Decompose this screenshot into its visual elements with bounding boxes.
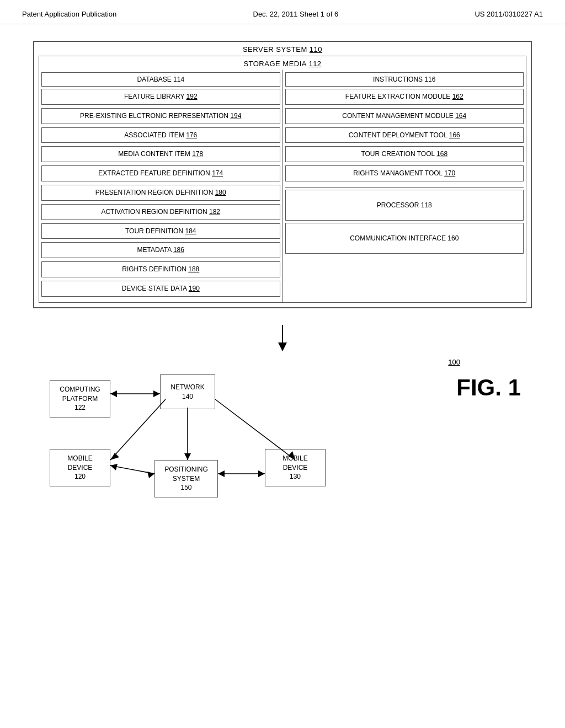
left-box-4: EXTRACTED FEATURE DEFINITION 174 (41, 165, 280, 181)
server-system-box: SERVER SYSTEM 110 STORAGE MEDIA 112 DATA… (33, 41, 532, 308)
svg-marker-10 (110, 453, 119, 460)
svg-marker-4 (110, 390, 117, 397)
network-ref-label: 140 (166, 392, 209, 402)
mobile-device-right-ref: 130 (271, 472, 319, 481)
network-label: NETWORK (166, 383, 209, 392)
positioning-system-box: POSITIONINGSYSTEM 150 (154, 460, 218, 497)
mobile-device-right-box: MOBILE DEVICE 130 (265, 449, 326, 486)
right-top-box-0: FEATURE EXTRACTION MODULE 162 (285, 89, 524, 105)
network-diagram: 100 FIG. 1 COMPUTINGPLATFORM 122 NETWORK… (33, 358, 532, 512)
arrow-down (33, 325, 532, 352)
left-box-8: METADATA 186 (41, 242, 280, 258)
computing-platform-box: COMPUTINGPLATFORM 122 (50, 380, 110, 417)
svg-marker-16 (258, 470, 265, 477)
header-center: Dec. 22, 2011 Sheet 1 of 6 (253, 10, 339, 18)
comm-interface-box: COMMUNICATION INTERFACE 160 (285, 223, 524, 254)
instructions-header: INSTRUCTIONS 116 (285, 72, 524, 87)
instructions-section: INSTRUCTIONS 116 FEATURE EXTRACTION MODU… (285, 72, 524, 188)
left-box-1: PRE-EXISTING ELCTRONIC REPRESENTATION 19… (41, 108, 280, 124)
positioning-system-label: POSITIONINGSYSTEM (161, 465, 212, 484)
page-header: Patent Application Publication Dec. 22, … (0, 0, 565, 24)
database-header: DATABASE 114 (41, 72, 280, 87)
right-top-box-2: CONTENT DEPLOYMENT TOOL 166 (285, 127, 524, 143)
page-content: SERVER SYSTEM 110 STORAGE MEDIA 112 DATA… (0, 24, 565, 529)
mobile-device-left-label: MOBILE DEVICE (56, 454, 104, 473)
mobile-device-right-label: MOBILE DEVICE (271, 454, 319, 473)
network-ref: 100 (448, 358, 460, 366)
left-box-5: PRESENTATION REGION DEFINITION 180 (41, 185, 280, 201)
svg-line-9 (110, 399, 166, 460)
storage-media-label: STORAGE MEDIA 112 (39, 56, 526, 70)
left-box-9: RIGHTS DEFINITION 188 (41, 261, 280, 277)
left-column: DATABASE 114 FEATURE LIBRARY 192PRE-EXIS… (39, 70, 283, 302)
server-system-label: SERVER SYSTEM 110 (34, 42, 531, 56)
right-column: INSTRUCTIONS 116 FEATURE EXTRACTION MODU… (283, 70, 526, 302)
computing-platform-ref: 122 (56, 403, 104, 413)
storage-media-box: STORAGE MEDIA 112 DATABASE 114 FEATURE L… (39, 56, 526, 303)
left-box-2: ASSOCIATED ITEM 176 (41, 127, 280, 143)
svg-marker-12 (147, 472, 154, 478)
fig-label: FIG. 1 (456, 374, 521, 401)
header-left: Patent Application Publication (22, 10, 116, 18)
svg-marker-6 (184, 453, 191, 460)
svg-marker-3 (153, 390, 160, 397)
storage-columns: DATABASE 114 FEATURE LIBRARY 192PRE-EXIS… (39, 70, 526, 302)
left-box-10: DEVICE STATE DATA 190 (41, 281, 280, 297)
computing-platform-label: COMPUTINGPLATFORM (56, 385, 104, 404)
svg-marker-1 (278, 342, 287, 351)
left-box-0: FEATURE LIBRARY 192 (41, 89, 280, 105)
processor-box: PROCESSOR 118 (285, 190, 524, 221)
right-top-box-3: TOUR CREATION TOOL 168 (285, 146, 524, 162)
processor-comm-section: PROCESSOR 118 COMMUNICATION INTERFACE 16… (285, 190, 524, 254)
positioning-system-ref: 150 (161, 483, 212, 493)
mobile-device-left-ref: 120 (56, 472, 104, 481)
mobile-device-left-box: MOBILE DEVICE 120 (50, 449, 110, 486)
right-top-box-1: CONTENT MANAGEMENT MODULE 164 (285, 108, 524, 124)
left-box-6: ACTIVATION REGION DEFINITION 182 (41, 204, 280, 220)
network-box: NETWORK 140 (160, 374, 215, 410)
right-top-box-4: RIGHTS MANAGMENT TOOL 170 (285, 165, 524, 181)
svg-marker-13 (110, 464, 118, 470)
header-right: US 2011/0310227 A1 (475, 10, 543, 18)
left-box-3: MEDIA CONTENT ITEM 178 (41, 146, 280, 162)
svg-marker-15 (218, 470, 225, 477)
svg-line-11 (110, 465, 154, 474)
left-box-7: TOUR DEFINITION 184 (41, 223, 280, 239)
